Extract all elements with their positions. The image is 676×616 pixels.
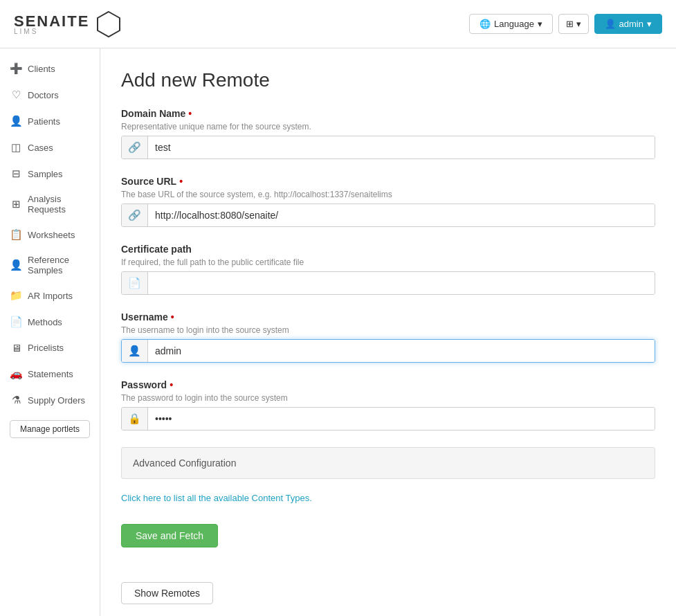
password-desc: The password to login into the source sy… bbox=[121, 393, 655, 403]
domain-name-label: Domain Name• bbox=[121, 108, 655, 119]
password-field: Password• The password to login into the… bbox=[121, 379, 655, 431]
analysis-icon: ⊞ bbox=[10, 198, 22, 210]
ref-samples-icon: 👤 bbox=[10, 259, 22, 271]
source-url-input[interactable] bbox=[148, 204, 655, 226]
show-remotes-row: Show Remotes bbox=[121, 582, 655, 604]
sidebar: ➕ Clients ♡ Doctors 👤 Patients ◫ Cases ⊟… bbox=[0, 48, 100, 616]
file-icon: 📄 bbox=[122, 272, 148, 294]
source-url-link-icon: 🔗 bbox=[122, 204, 148, 226]
globe-icon: 🌐 bbox=[479, 19, 491, 29]
sidebar-item-statements[interactable]: 🚗 Statements bbox=[0, 361, 100, 387]
password-label: Password• bbox=[121, 379, 655, 390]
cert-path-label: Certificate path bbox=[121, 244, 655, 255]
methods-icon: 📄 bbox=[10, 316, 22, 328]
header: SENAITE LIMS 🌐 Language ▾ ⊞ ▾ 👤 admin ▾ bbox=[0, 0, 676, 48]
advanced-config: Advanced Configuration bbox=[121, 447, 655, 479]
statements-icon: 🚗 bbox=[10, 368, 22, 380]
domain-name-input-wrapper: 🔗 bbox=[121, 136, 655, 159]
show-remotes-button[interactable]: Show Remotes bbox=[121, 582, 213, 604]
sidebar-item-clients[interactable]: ➕ Clients bbox=[0, 55, 100, 82]
password-input-wrapper: 🔒 bbox=[121, 407, 655, 431]
sidebar-item-methods[interactable]: 📄 Methods bbox=[0, 309, 100, 335]
cert-path-input-wrapper: 📄 bbox=[121, 271, 655, 295]
sidebar-item-samples[interactable]: ⊟ Samples bbox=[0, 161, 100, 187]
domain-name-desc: Representative unique name for the sourc… bbox=[121, 122, 655, 132]
domain-name-required: • bbox=[188, 108, 192, 119]
username-field: Username• The username to login into the… bbox=[121, 311, 655, 363]
link-icon: 🔗 bbox=[122, 136, 148, 158]
cases-icon: ◫ bbox=[10, 141, 22, 154]
actions-row: Save and Fetch bbox=[121, 524, 655, 582]
admin-label: admin bbox=[619, 19, 643, 29]
sidebar-item-ar-imports[interactable]: 📁 AR Imports bbox=[0, 282, 100, 309]
sidebar-label-cases: Cases bbox=[28, 143, 53, 153]
sidebar-item-cases[interactable]: ◫ Cases bbox=[0, 134, 100, 161]
username-input-wrapper: 👤 bbox=[121, 339, 655, 363]
sidebar-label-samples: Samples bbox=[28, 169, 63, 179]
sidebar-label-methods: Methods bbox=[28, 317, 62, 327]
cert-path-desc: If required, the full path to the public… bbox=[121, 257, 655, 267]
chevron-down-icon: ▾ bbox=[538, 19, 542, 29]
admin-button[interactable]: 👤 admin ▾ bbox=[594, 14, 662, 34]
sidebar-item-worksheets[interactable]: 📋 Worksheets bbox=[0, 221, 100, 248]
user-icon: 👤 bbox=[605, 19, 616, 29]
grid-icon: ⊞ bbox=[566, 19, 574, 29]
grid-button[interactable]: ⊞ ▾ bbox=[558, 14, 589, 34]
sidebar-label-ar-imports: AR Imports bbox=[28, 291, 73, 301]
ar-imports-icon: 📁 bbox=[10, 289, 22, 302]
manage-portlets-button[interactable]: Manage portlets bbox=[10, 420, 90, 438]
layout: ➕ Clients ♡ Doctors 👤 Patients ◫ Cases ⊟… bbox=[0, 48, 676, 616]
sidebar-label-clients: Clients bbox=[28, 64, 55, 74]
page-title: Add new Remote bbox=[121, 69, 655, 91]
grid-chevron-icon: ▾ bbox=[576, 19, 581, 29]
source-url-input-wrapper: 🔗 bbox=[121, 203, 655, 227]
supply-orders-icon: ⚗ bbox=[10, 394, 22, 406]
username-input[interactable] bbox=[148, 340, 655, 362]
main-content: Add new Remote Domain Name• Representati… bbox=[100, 48, 676, 616]
sidebar-item-analysis-requests[interactable]: ⊞ Analysis Requests bbox=[0, 187, 100, 221]
sidebar-item-patients[interactable]: 👤 Patients bbox=[0, 108, 100, 134]
sidebar-item-pricelists[interactable]: 🖥 Pricelists bbox=[0, 335, 100, 361]
header-right: 🌐 Language ▾ ⊞ ▾ 👤 admin ▾ bbox=[469, 14, 662, 34]
sidebar-label-pricelists: Pricelists bbox=[28, 343, 64, 353]
domain-name-field: Domain Name• Representative unique name … bbox=[121, 108, 655, 159]
cert-path-input[interactable] bbox=[148, 272, 655, 294]
worksheets-icon: 📋 bbox=[10, 228, 22, 241]
content-types-link[interactable]: Click here to list all the available Con… bbox=[121, 493, 655, 503]
save-fetch-button[interactable]: Save and Fetch bbox=[121, 524, 218, 547]
password-required: • bbox=[170, 379, 173, 390]
user-field-icon: 👤 bbox=[122, 340, 148, 362]
samples-icon: ⊟ bbox=[10, 167, 22, 180]
sidebar-item-doctors[interactable]: ♡ Doctors bbox=[0, 82, 100, 108]
doctors-icon: ♡ bbox=[10, 89, 22, 101]
sidebar-label-statements: Statements bbox=[28, 369, 73, 379]
language-label: Language bbox=[494, 19, 534, 29]
pricelists-icon: 🖥 bbox=[10, 342, 22, 354]
username-required: • bbox=[171, 311, 174, 323]
sidebar-label-doctors: Doctors bbox=[28, 90, 59, 100]
lock-icon: 🔒 bbox=[122, 408, 148, 430]
admin-chevron-icon: ▾ bbox=[647, 19, 652, 29]
sidebar-label-patients: Patients bbox=[28, 116, 60, 127]
sidebar-item-reference-samples[interactable]: 👤 Reference Samples bbox=[0, 248, 100, 282]
logo-icon bbox=[95, 10, 122, 38]
patients-icon: 👤 bbox=[10, 115, 22, 127]
source-url-required: • bbox=[179, 176, 183, 187]
source-url-field: Source URL• The base URL of the source s… bbox=[121, 176, 655, 227]
source-url-label: Source URL• bbox=[121, 176, 655, 187]
logo: SENAITE LIMS bbox=[14, 10, 122, 38]
language-button[interactable]: 🌐 Language ▾ bbox=[469, 14, 553, 34]
username-desc: The username to login into the source sy… bbox=[121, 325, 655, 335]
username-label: Username• bbox=[121, 311, 655, 323]
sidebar-label-worksheets: Worksheets bbox=[28, 230, 75, 240]
sidebar-item-supply-orders[interactable]: ⚗ Supply Orders bbox=[0, 387, 100, 413]
source-url-desc: The base URL of the source system, e.g. … bbox=[121, 190, 655, 199]
advanced-config-label: Advanced Configuration bbox=[133, 458, 236, 469]
clients-icon: ➕ bbox=[10, 62, 22, 75]
cert-path-field: Certificate path If required, the full p… bbox=[121, 244, 655, 295]
svg-marker-0 bbox=[98, 12, 120, 37]
domain-name-input[interactable] bbox=[148, 136, 655, 158]
sidebar-label-supply-orders: Supply Orders bbox=[28, 395, 85, 406]
password-input[interactable] bbox=[148, 408, 655, 430]
sidebar-label-analysis: Analysis Requests bbox=[28, 194, 90, 215]
